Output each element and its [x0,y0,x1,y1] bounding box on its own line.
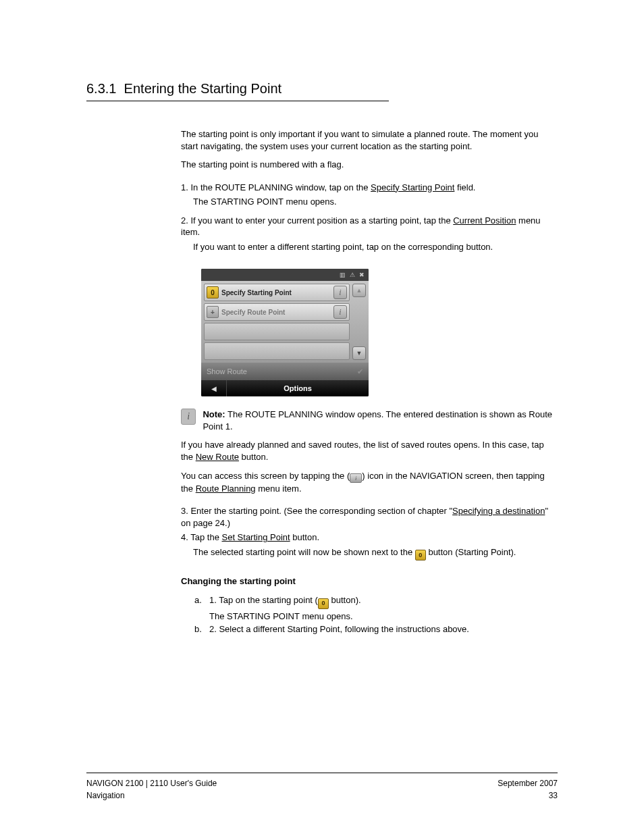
marker-plus: + [207,306,219,318]
page-footer-2: Navigation 33 [86,791,558,800]
note-icon: i [181,409,196,425]
battery-icon: ▥ [340,271,346,278]
checkmark-icon: ✔ [357,367,363,376]
step-1-sub: The STARTING POINT menu opens. [193,196,558,208]
row0-label: Specify Starting Point [221,289,331,296]
change-step-2: b. 2. Select a different Starting Point,… [194,623,558,636]
warning-icon: ⚠ [350,271,355,278]
route-row-route-point[interactable]: + Specify Route Point i [204,303,350,321]
marker-0: 0 [207,286,219,298]
title-rule [86,101,389,101]
change-step-1: a. 1. Tap on the starting point (0 butto… [194,594,558,609]
page-footer: NAVIGON 2100 | 2110 User's Guide Septemb… [86,779,558,788]
route-row-empty [204,342,350,360]
step-1: 1. In the ROUTE PLANNING window, tap on … [181,182,558,194]
para-saved-routes: If you have already planned and saved ro… [181,439,558,463]
row1-label: Specify Route Point [221,309,331,316]
step-2-sub: If you want to enter a different startin… [193,241,558,253]
current-position-link[interactable]: Current Position [453,215,516,226]
scroll-up-icon[interactable]: ▲ [352,284,366,297]
step-4-sub: The selected starting point will now be … [193,546,558,561]
intro-paragraph-2: The starting point is numbered with a fl… [181,159,558,171]
specifying-destination-link[interactable]: Specifying a destination [452,506,545,516]
route-row-starting-point[interactable]: 0 Specify Starting Point i [204,284,350,301]
satellite-icon: ✖ [359,271,365,278]
scroll-down-icon[interactable]: ▼ [352,346,366,360]
marker-0-inline: 0 [318,598,329,609]
intro-paragraph-1: The starting point is only important if … [181,128,558,152]
route-planning-link[interactable]: Route Planning [196,484,256,494]
change-step-1-sub: The STARTING POINT menu opens. [209,610,558,623]
info-icon[interactable]: i [333,305,347,319]
show-route-button[interactable]: Show Route ✔ [201,363,369,380]
para-access-info: You can access this screen by tapping th… [181,470,558,495]
back-button[interactable]: ◀ [201,380,227,396]
specify-starting-point-link[interactable]: Specify Starting Point [371,182,454,192]
options-button[interactable]: Options [227,380,369,396]
changing-starting-point-heading: Changing the starting point [181,575,558,588]
route-row-empty [204,323,350,340]
device-statusbar: ▥ ⚠ ✖ [201,269,369,281]
section-title: 6.3.1 Entering the Starting Point [86,81,558,99]
info-icon[interactable]: i [333,286,347,299]
step-3: 3. Enter the starting point. (See the co… [181,505,558,529]
info-inline-icon: i [350,473,362,483]
step-4: 4. Tap the Set Starting Point button. [181,531,558,544]
footer-rule [86,773,558,773]
set-starting-point-link[interactable]: Set Starting Point [221,532,290,542]
step-2: 2. If you want to enter your current pos… [181,215,558,238]
marker-0-inline: 0 [415,550,426,561]
device-screenshot: ▥ ⚠ ✖ 0 Specify Starting Point i + Speci… [201,269,558,396]
note-block: i Note: The ROUTE PLANNING window opens.… [181,409,558,432]
new-route-link[interactable]: New Route [196,452,239,462]
